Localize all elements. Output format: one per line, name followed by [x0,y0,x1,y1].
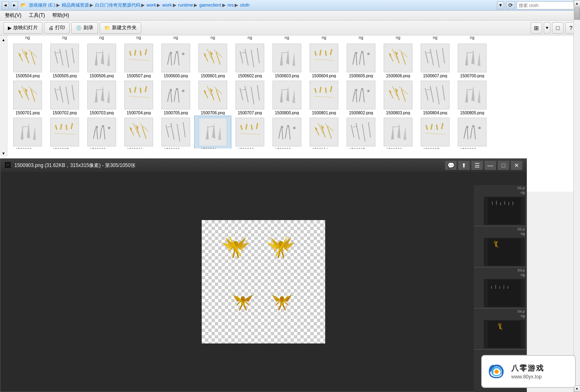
watermark-url: www.80yx.top [511,374,544,380]
list-item[interactable]: 1500705.png [157,79,194,115]
file-thumbnail [198,118,227,146]
list-item[interactable]: 1500601.png [194,42,231,78]
list-item[interactable]: 1500808.png [83,116,120,148]
list-item[interactable]: 1500602.png [231,42,268,78]
sidebar-thumb-4[interactable]: 04.p ng [474,308,526,350]
pane-toggle-button[interactable]: □ [552,22,564,34]
svg-rect-76 [14,82,41,109]
list-item[interactable]: 1500908.png [454,116,491,148]
file-thumbnail [273,81,301,109]
view-mode-button[interactable]: ⊞ [531,22,542,34]
svg-rect-190 [274,119,300,146]
viewer-content-area: 02.p ng [0,172,526,392]
svg-rect-37 [211,52,212,55]
list-item[interactable]: 1500804.png [417,79,454,115]
svg-rect-259 [492,202,493,205]
list-item[interactable]: 1500607.png [417,42,454,78]
file-name-label: 1500505.png [53,73,77,78]
sidebar-thumb-2[interactable]: 02.p ng [474,226,526,267]
new-folder-button[interactable]: 📁 新建文件夹 [100,22,141,34]
list-item[interactable]: 1500901.png [194,116,231,148]
file-name-label: 1500804.png [423,110,447,115]
list-item[interactable]: 1500800.png [268,79,305,115]
list-item[interactable]: 1500902.png [231,116,268,148]
list-item[interactable]: 1500605.png [342,42,380,78]
svg-point-191 [281,126,283,128]
file-thumbnail [198,81,227,109]
list-item[interactable]: 1500905.png [342,116,380,148]
svg-rect-52 [348,45,375,72]
list-item[interactable]: 1500505.png [46,42,83,78]
menu-item-tools[interactable]: 工具(T) [26,11,48,20]
list-item[interactable]: 1500904.png [305,116,342,148]
file-name-label: 1500903.png [275,147,299,148]
svg-rect-128 [348,82,375,109]
list-item[interactable]: 1500805.png [454,79,491,115]
list-item[interactable]: 1500703.png [83,79,120,115]
svg-rect-0 [14,45,41,72]
list-item[interactable]: 1500801.png [305,79,342,115]
svg-rect-204 [316,128,317,130]
viewer-menu-button[interactable]: ☰ [471,161,483,170]
file-thumbnail [124,118,153,146]
list-item[interactable]: 1500504.png [9,42,46,78]
svg-rect-136 [385,82,412,109]
slideshow-button[interactable]: ▶ 放映幻灯片 [3,22,42,34]
svg-rect-265 [488,239,521,265]
new-folder-icon: 📁 [104,25,110,31]
col-header: ng [268,35,305,41]
list-item[interactable]: 1500806.png [9,116,46,148]
list-item[interactable]: 1500903.png [268,116,305,148]
col-header: ng [120,35,157,41]
list-item[interactable]: 1500700.png [454,42,491,78]
viewer-minimize-button[interactable]: — [484,161,496,170]
list-item[interactable]: 1500701.png [9,79,46,115]
list-item[interactable]: 1500803.png [380,79,417,115]
list-item[interactable]: 1500900.png [157,116,194,148]
path-dropdown-button[interactable]: ▼ [497,1,504,9]
play-icon: ▶ [8,25,12,31]
list-item[interactable]: 1500606.png [380,42,417,78]
viewer-restore-button[interactable]: □ [498,161,509,170]
list-item[interactable]: 1500907.png [417,116,454,148]
sidebar-thumb-1[interactable]: 02.p ng [474,185,526,226]
viewer-save-button[interactable]: ⬆ [458,161,470,170]
file-name-label: 1500601.png [201,73,225,78]
list-item[interactable]: 1500706.png [194,79,231,115]
menu-item-view[interactable]: 整机(V) [2,11,25,20]
view-dropdown-button[interactable]: ▼ [544,22,550,34]
list-item[interactable]: 1500507.png [120,42,157,78]
refresh-button[interactable]: ⟳ [506,1,515,9]
burn-button[interactable]: 💿 刻录 [71,22,98,34]
svg-rect-114 [237,82,263,109]
svg-rect-268 [488,280,521,306]
list-item[interactable]: 1500802.png [342,79,380,115]
print-button[interactable]: 🖨 打印 [44,22,70,34]
scroll-up-button[interactable]: ▲ [1,37,7,43]
scroll-down-button[interactable]: ▼ [1,151,7,156]
list-item[interactable]: 1500809.png [120,116,157,148]
location-icon: 📂 [20,2,27,8]
back-button[interactable]: ◄ [2,1,9,9]
viewer-close-button[interactable]: ✕ [511,161,522,170]
list-item[interactable]: 1500603.png [268,42,305,78]
file-name-label: 1500905.png [349,147,373,148]
list-item[interactable]: 1500704.png [120,79,157,115]
viewer-comment-button[interactable]: 💬 [445,161,457,170]
vertical-scrollbar[interactable]: ▲ ▼ [573,35,580,192]
sidebar-thumb-sublabel-1: ng [521,190,525,195]
search-input[interactable] [517,1,578,9]
list-item[interactable]: 1500600.png [157,42,194,78]
forward-button[interactable]: ► [11,1,18,9]
list-item[interactable]: 1500807.png [46,116,83,148]
menu-item-help[interactable]: 帮助(H) [49,11,72,20]
sidebar-thumb-3[interactable]: 03.p ng [474,267,526,308]
list-item[interactable]: 1500707.png [231,79,268,115]
list-item[interactable]: 1500906.png [380,116,417,148]
file-name-label: 1500703.png [90,110,114,115]
list-item[interactable]: 1500604.png [305,42,342,78]
sidebar-thumb-sublabel-3: ng [521,273,525,277]
list-item[interactable]: 1500506.png [83,42,120,78]
file-thumbnail [347,44,375,72]
list-item[interactable]: 1500702.png [46,79,83,115]
